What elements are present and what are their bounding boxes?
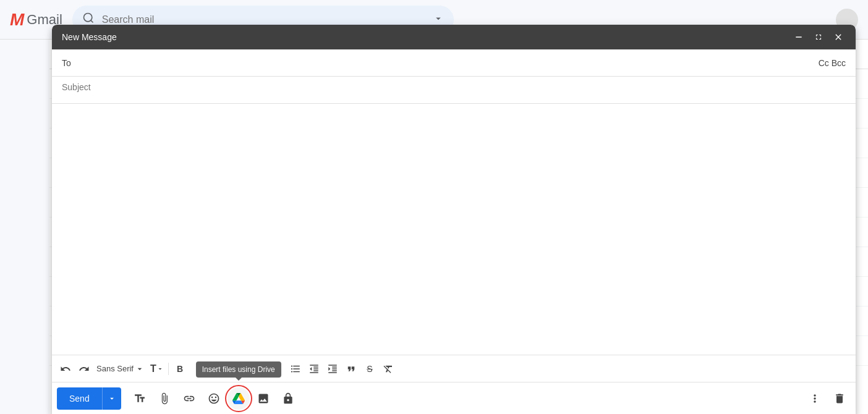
strikethrough-button[interactable]: S	[361, 360, 378, 378]
compose-body[interactable]	[52, 104, 856, 355]
more-options-button[interactable]	[804, 387, 826, 410]
toolbar-sep-1	[168, 363, 169, 375]
svg-point-0	[83, 14, 91, 22]
maximize-button[interactable]	[811, 30, 826, 44]
search-input[interactable]	[102, 14, 426, 25]
to-input[interactable]	[76, 58, 819, 68]
bullet-list-button[interactable]	[287, 360, 304, 378]
compose-title: New Message	[62, 32, 117, 42]
formatting-toolbar: Sans Serif T B I U A	[52, 355, 856, 382]
redo-button[interactable]	[75, 360, 93, 378]
send-dropdown-button[interactable]	[102, 387, 121, 410]
photo-button[interactable]	[252, 387, 274, 410]
send-button[interactable]: Send	[57, 387, 102, 410]
subject-input[interactable]	[62, 82, 846, 92]
confidential-button[interactable]	[277, 387, 299, 410]
emoji-button[interactable]	[203, 387, 225, 410]
action-bar: Send	[52, 382, 856, 414]
indent-less-button[interactable]	[305, 360, 323, 378]
compose-header: New Message	[52, 25, 856, 49]
compose-to-row: To Cc Bcc	[52, 49, 856, 77]
gmail-background: M Gmail Prim ☆	[0, 0, 868, 414]
gmail-logo-letter: M	[10, 10, 24, 30]
bold-button[interactable]: B	[171, 360, 189, 378]
compose-header-actions	[791, 30, 846, 44]
strikethrough-icon: S	[367, 364, 372, 374]
to-label: To	[62, 58, 71, 68]
attach-button[interactable]	[153, 387, 176, 410]
compose-subject-row	[52, 77, 856, 104]
send-button-group: Send	[57, 387, 121, 410]
cc-bcc-button[interactable]: Cc Bcc	[819, 58, 846, 68]
remove-format-button[interactable]	[380, 360, 397, 378]
text-size-button[interactable]: T	[148, 360, 166, 378]
drive-tooltip: Insert files using Drive	[196, 361, 281, 378]
indent-more-button[interactable]	[324, 360, 341, 378]
minimize-button[interactable]	[791, 30, 806, 44]
delete-button[interactable]	[828, 387, 851, 410]
drive-button-wrapper: Insert files using Drive	[228, 387, 250, 410]
bold-icon: B	[177, 364, 183, 374]
compose-window: New Message To Cc Bcc	[52, 25, 856, 414]
undo-button[interactable]	[57, 360, 74, 378]
drive-button[interactable]	[228, 387, 250, 410]
svg-line-1	[91, 20, 93, 23]
link-button[interactable]	[178, 387, 200, 410]
text-size-icon: T	[150, 363, 156, 374]
quote-button[interactable]	[343, 360, 360, 378]
font-selector[interactable]: Sans Serif	[94, 360, 147, 378]
sidebar	[0, 40, 49, 414]
format-text-button[interactable]	[129, 387, 151, 410]
close-button[interactable]	[831, 30, 846, 44]
font-name: Sans Serif	[96, 364, 134, 373]
